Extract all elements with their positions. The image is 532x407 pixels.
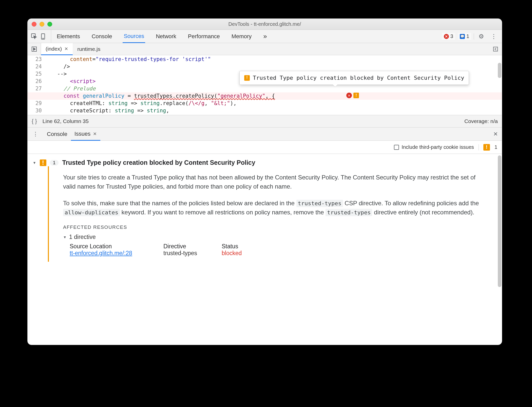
drawer-tabbar: ⋮ Console Issues ✕ ✕ [28,128,502,141]
source-location-link[interactable]: tt-enforced.glitch.me/:28 [70,250,132,256]
drawer-tab-issues[interactable]: Issues ✕ [71,128,101,141]
more-icon[interactable]: ⋮ [489,33,499,40]
warning-icon: ! [40,159,46,166]
col-status: Status [222,243,272,250]
directive-count: 1 directive [69,234,96,240]
main-tabbar: Elements Console Sources Network Perform… [28,30,502,43]
issue-title: Trusted Type policy creation blocked by … [62,159,255,166]
directive-value: trusted-types [163,250,222,257]
line-error-icons[interactable]: ✕ ! [346,93,359,98]
affected-resources-heading: AFFECTED RESOURCES [63,225,482,230]
zoom-window-button[interactable] [47,22,52,27]
code-trusted-types: trusted-types [296,200,343,207]
file-tab-label: (index) [46,46,62,52]
issues-count: 1 [495,144,497,150]
code-trusted-types-2: trusted-types [326,209,372,216]
issue-paragraph-2: To solve this, make sure that the names … [63,199,482,217]
issue-body: Your site tries to create a Trusted Type… [48,166,492,262]
affected-resources-tree: ▼ 1 directive Source Location Directive … [63,234,482,257]
error-count: 3 [450,33,453,39]
status-value: blocked [222,250,272,257]
drawer-tab-console[interactable]: Console [43,128,71,140]
code-editor[interactable]: 23 24 25 26 27 28 29 30 content="require… [28,55,502,115]
tabs-overflow[interactable]: » [262,30,268,43]
tab-memory[interactable]: Memory [231,30,253,43]
message-count: 1 [466,33,469,39]
code-content[interactable]: content="require-trusted-types-for 'scri… [44,55,502,115]
warning-icon: ! [244,75,250,81]
file-tab-index[interactable]: (index) ✕ [41,43,73,55]
error-tooltip: ! Trusted Type policy creation blocked b… [239,71,469,85]
warning-badge-icon: ! [483,144,490,151]
coverage-status: Coverage: n/a [464,118,498,124]
close-icon[interactable]: ✕ [64,46,68,52]
file-tabbar: (index) ✕ runtime.js [28,43,502,55]
show-navigator-icon[interactable] [489,43,502,55]
tab-sources[interactable]: Sources [123,30,145,43]
issue-count-pill: 1 [50,160,59,166]
close-icon[interactable]: ✕ [93,131,97,137]
message-counter[interactable]: 💬 1 [458,33,471,40]
drawer-menu-icon[interactable]: ⋮ [28,128,43,140]
drawer-close-icon[interactable]: ✕ [489,128,502,140]
scrollbar[interactable] [498,155,501,287]
issues-toolbar: Include third-party cookie issues ! 1 [28,141,502,154]
svg-point-2 [43,38,43,38]
file-tab-label: runtime.js [77,46,100,52]
tab-elements[interactable]: Elements [56,30,81,43]
directive-group[interactable]: ▼ 1 directive [63,234,482,240]
window-title: DevTools - tt-enforced.glitch.me/ [28,21,502,27]
checkbox-label: Include third-party cookie issues [402,144,474,150]
minimize-window-button[interactable] [40,22,44,27]
close-window-button[interactable] [32,22,36,27]
format-icon[interactable]: { } [32,118,37,125]
tooltip-text: Trusted Type policy creation blocked by … [253,74,464,82]
separator [474,33,474,39]
code-allow-duplicates: allow-duplicates [63,209,120,216]
message-icon: 💬 [460,34,465,39]
expand-icon[interactable]: ▼ [33,161,36,165]
tab-console[interactable]: Console [91,30,113,43]
editor-statusbar: { } Line 62, Column 35 Coverage: n/a [28,115,502,128]
titlebar: DevTools - tt-enforced.glitch.me/ [28,19,502,30]
error-icon: ✕ [444,34,449,39]
line-gutter: 23 24 25 26 27 28 29 30 [28,55,44,115]
issue-header[interactable]: ▼ ! 1 Trusted Type policy creation block… [33,159,492,166]
devtools-window: DevTools - tt-enforced.glitch.me/ Elemen… [27,18,502,345]
third-party-checkbox[interactable]: Include third-party cookie issues [394,144,474,150]
traffic-lights [28,22,52,27]
col-source: Source Location [70,243,163,250]
expand-icon[interactable]: ▼ [63,235,67,239]
resume-icon[interactable] [28,43,41,55]
error-icon: ✕ [346,93,352,98]
warning-icon: ! [353,93,359,98]
tab-performance[interactable]: Performance [187,30,221,43]
file-tab-runtime[interactable]: runtime.js [73,43,105,55]
cursor-position: Line 62, Column 35 [43,118,89,124]
issue-paragraph-1: Your site tries to create a Trusted Type… [63,173,482,191]
svg-rect-4 [493,47,498,51]
error-counter[interactable]: ✕ 3 [442,33,455,40]
issues-panel: ▼ ! 1 Trusted Type policy creation block… [28,154,502,345]
col-directive: Directive [163,243,222,250]
settings-icon[interactable]: ⚙ [477,33,486,40]
tab-network[interactable]: Network [155,30,177,43]
inspect-icon[interactable] [31,33,38,40]
checkbox-icon [394,145,399,150]
separator [479,144,479,150]
device-icon[interactable] [40,33,47,40]
